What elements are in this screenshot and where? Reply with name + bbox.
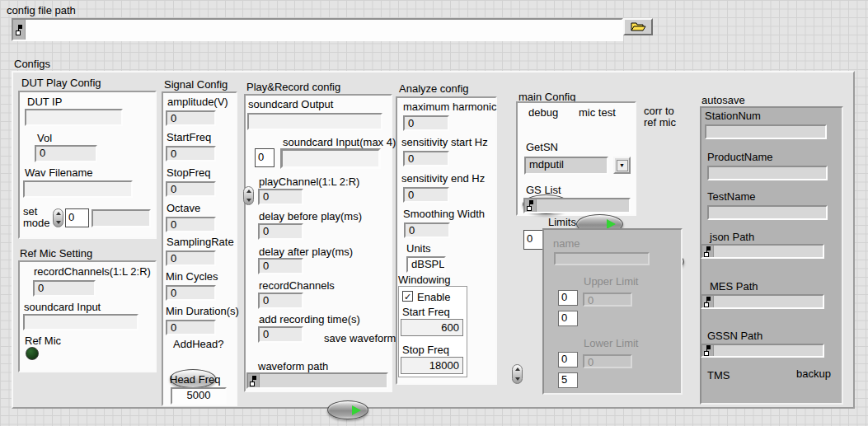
limits-index-spinner[interactable] [512,364,523,384]
upper-limit-spin-value-1[interactable]: 0 [558,290,578,306]
add-recording-time-input[interactable]: 0 [258,326,303,343]
gssn-path-label: GSSN Path [707,330,762,342]
min-duration-label: Min Duration(s) [166,306,239,317]
configs-group-label: Configs [14,59,50,70]
folder-icon [630,21,646,32]
getsn-dropdown-button[interactable]: ▼ [613,157,631,174]
amplitude-label: amplitude(V) [167,96,228,108]
playchannel-label: playChannel(1:L 2:R) [259,176,359,188]
ref-mic-led-indicator [26,347,39,360]
play-record-config-title: Play&Record config [246,82,340,93]
productname-input[interactable] [707,166,828,180]
startfreq-label: StartFreq [167,132,211,143]
debug-label: debug [528,107,558,119]
stopfreq-input[interactable]: 0 [166,181,216,197]
limit-name-label: name [553,238,580,250]
save-waveform-label: save waveform [324,333,396,344]
getsn-dropdown[interactable]: mdputil [524,157,608,175]
amplitude-input[interactable]: 0 [166,110,216,126]
upper-limit-label: Upper Limit [584,276,638,288]
min-cycles-label: Min Cycles [166,271,218,283]
min-duration-input[interactable]: 0 [166,320,216,335]
gs-list-input[interactable] [537,199,629,212]
wav-filename-input[interactable] [23,180,133,198]
limit-name-input[interactable] [554,252,650,265]
delay-after-play-input[interactable]: 0 [258,258,303,274]
testname-input[interactable] [707,205,828,220]
config-file-path-control[interactable] [12,18,623,41]
ref-mic-led-label: Ref Mic [25,335,61,347]
stationnum-input[interactable] [705,124,827,139]
set-mode-label-line1: set [23,206,37,218]
path-type-icon [13,20,26,40]
smoothing-width-label: Smoothing Width [403,208,485,220]
dut-ip-input[interactable] [25,109,123,126]
playchannel-input[interactable]: 0 [258,189,303,205]
getsn-label: GetSN [526,142,558,153]
record-channels-label: recordChannels(1:L 2:R) [34,266,151,278]
soundcard-output-input[interactable] [247,113,382,130]
gs-list-path-control[interactable] [523,198,631,213]
gssn-path-input[interactable] [714,345,823,356]
path-type-icon [525,199,537,212]
sensitivity-end-label: sensitivity end Hz [401,173,485,185]
browse-button[interactable] [623,18,653,35]
set-mode-spinner[interactable] [53,208,63,227]
save-waveform-button[interactable] [327,400,368,419]
waveform-path-input[interactable] [260,374,387,387]
sensitivity-start-label: sensitivity start Hz [401,137,488,148]
gs-list-label: GS List [526,185,561,196]
windowing-stop-freq-label: Stop Freq [402,344,449,356]
soundcard-input-index-value[interactable]: 0 [255,148,274,167]
maximum-harmonic-input[interactable]: 0 [403,115,449,131]
windowing-start-freq-input[interactable]: 600 [401,319,463,336]
head-freq-label: Head Freq [170,374,220,386]
dut-play-config-title: DUT Play Config [21,77,101,89]
recordchannels-input[interactable]: 0 [258,293,303,309]
vol-label: Vol [37,133,52,144]
sensitivity-start-input[interactable]: 0 [403,151,449,166]
sensitivity-end-input[interactable]: 0 [403,187,449,203]
record-channels-input[interactable]: 0 [33,280,96,297]
lower-limit-spin-value-2[interactable]: 5 [558,372,578,388]
waveform-path-label: waveform path [258,361,328,372]
soundcard-input-field[interactable] [23,314,138,330]
min-cycles-input[interactable]: 0 [166,285,216,301]
upper-limit-value[interactable]: 0 [583,293,632,307]
json-path-control[interactable] [701,244,824,259]
vol-input[interactable]: 0 [35,145,97,162]
analyze-config-title: Analyze config [399,83,469,95]
head-freq-input[interactable]: 5000 [171,387,227,405]
lower-limit-value[interactable]: 0 [583,354,632,368]
corr-to-ref-mic-label-line2: ref mic [644,117,676,129]
octave-input[interactable]: 0 [166,217,216,232]
waveform-path-control[interactable] [246,372,388,389]
windowing-enable-checkbox[interactable]: ✓ [402,291,413,302]
lower-limit-spin-value-1[interactable]: 0 [558,352,578,367]
mes-path-label: MES Path [710,281,758,293]
startfreq-input[interactable]: 0 [166,146,216,162]
set-mode-text[interactable] [91,209,151,227]
windowing-stop-freq-input[interactable]: 18000 [401,357,463,374]
gssn-path-control[interactable] [701,344,824,358]
delay-before-play-input[interactable]: 0 [258,223,303,240]
octave-label: Octave [167,203,200,214]
soundcard-input-max4-field[interactable] [280,148,381,169]
mes-path-control[interactable] [701,294,824,309]
smoothing-width-input[interactable]: 0 [404,222,450,238]
units-dropdown[interactable]: dBSPL [406,256,446,273]
recordchannels-label: recordChannels [259,280,335,292]
soundcard-input-label: soundcard Input [24,302,101,313]
json-path-input[interactable] [714,246,823,257]
delay-before-play-label: delay before play(ms) [259,211,362,222]
path-type-icon [702,246,714,257]
config-file-path-input[interactable] [26,20,622,40]
dut-ip-label: DUT IP [27,96,62,108]
stationnum-label: StationNum [705,110,761,122]
samplingrate-input[interactable]: 0 [166,250,216,266]
soundcard-input-index-spinner[interactable] [243,186,254,205]
mes-path-input[interactable] [714,296,823,307]
set-mode-value[interactable]: 0 [65,208,89,227]
upper-limit-spin-value-2[interactable]: 0 [558,311,578,326]
maximum-harmonic-label: maximum harmonic [403,101,496,113]
